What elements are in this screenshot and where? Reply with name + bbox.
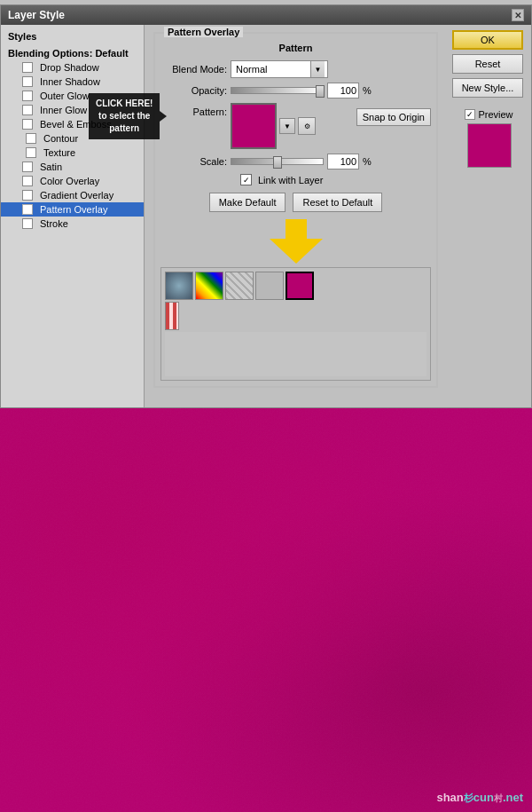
watermark-green: 杉 xyxy=(464,792,473,803)
gradient-overlay-label: Gradient Overlay xyxy=(40,190,113,201)
scale-input[interactable]: 100 xyxy=(327,154,359,169)
reset-label: Reset xyxy=(475,59,501,69)
sidebar-item-blending[interactable]: Blending Options: Default xyxy=(1,46,144,60)
sidebar-item-inner-shadow[interactable]: Inner Shadow xyxy=(1,75,144,89)
inner-shadow-checkbox[interactable] xyxy=(22,76,33,87)
blending-label: Blending Options: Default xyxy=(8,48,129,59)
opacity-value: 100 xyxy=(340,85,356,96)
drop-shadow-checkbox[interactable] xyxy=(22,62,33,73)
link-layer-label: Link with Layer xyxy=(258,175,323,185)
preview-checkbox[interactable] xyxy=(465,109,475,120)
satin-checkbox[interactable] xyxy=(22,162,33,172)
click-annotation: CLICK HERE! to select the pattern xyxy=(89,93,160,139)
click-tooltip: CLICK HERE! to select the pattern xyxy=(89,93,160,139)
pattern-thumb-gray1[interactable] xyxy=(225,272,254,300)
new-style-label: New Style... xyxy=(462,83,514,93)
pattern-options-button[interactable]: ⚙ xyxy=(298,117,316,135)
snap-to-origin-label: Snap to Origin xyxy=(363,112,425,122)
styles-header[interactable]: Styles xyxy=(1,28,144,44)
pattern-grid xyxy=(165,272,426,300)
contour-checkbox[interactable] xyxy=(26,133,36,144)
scale-value: 100 xyxy=(340,156,356,167)
arrow-indicator xyxy=(160,219,431,264)
blend-mode-label: Blend Mode: xyxy=(160,64,227,75)
inner-glow-checkbox[interactable] xyxy=(22,105,33,115)
pattern-row: Pattern: ▼ ⚙ Snap to Origin xyxy=(160,103,431,149)
pattern-thumb-magenta[interactable] xyxy=(286,272,314,300)
ok-button[interactable]: OK xyxy=(452,30,523,50)
color-overlay-checkbox[interactable] xyxy=(22,176,33,186)
outer-glow-label: Outer Glow xyxy=(40,91,90,101)
opacity-row: Opacity: 100 % xyxy=(160,83,431,99)
inner-shadow-label: Inner Shadow xyxy=(40,76,100,87)
snap-to-origin-button[interactable]: Snap to Origin xyxy=(356,108,431,126)
sidebar-item-gradient-overlay[interactable]: Gradient Overlay xyxy=(1,188,144,202)
pattern-thumb-blue[interactable] xyxy=(165,272,193,300)
pattern-swatch[interactable] xyxy=(231,103,277,149)
ok-label: OK xyxy=(481,35,495,45)
link-layer-checkbox[interactable] xyxy=(240,174,252,185)
scale-row: Scale: 100 % xyxy=(160,154,431,169)
opacity-slider[interactable] xyxy=(231,87,324,94)
preview-swatch xyxy=(467,123,512,168)
blend-mode-select[interactable]: Normal ▼ xyxy=(231,60,328,78)
preview-label: Preview xyxy=(478,109,512,120)
close-icon: ✕ xyxy=(514,11,521,20)
watermark-text2: cun xyxy=(473,791,494,804)
reset-default-button[interactable]: Reset to Default xyxy=(293,193,382,212)
layer-style-dialog: Layer Style ✕ Styles Blending Options: D… xyxy=(0,4,532,408)
blend-mode-value: Normal xyxy=(234,64,267,75)
background-texture xyxy=(0,408,532,812)
scale-label: Scale: xyxy=(160,156,227,167)
pattern-dropdown-button[interactable]: ▼ xyxy=(279,118,295,134)
blend-mode-row: Blend Mode: Normal ▼ xyxy=(160,60,431,78)
close-button[interactable]: ✕ xyxy=(512,9,524,21)
dialog-title: Layer Style xyxy=(8,9,65,21)
watermark: shan杉cun村.net xyxy=(436,791,523,805)
opacity-input[interactable]: 100 xyxy=(327,83,359,99)
preview-area: Preview xyxy=(452,109,526,168)
sidebar-item-satin[interactable]: Satin xyxy=(1,160,144,174)
texture-label: Texture xyxy=(43,147,75,158)
sidebar-item-color-overlay[interactable]: Color Overlay xyxy=(1,174,144,188)
make-default-button[interactable]: Make Default xyxy=(209,193,286,212)
sidebar-item-pattern-overlay[interactable]: Pattern Overlay xyxy=(1,202,144,217)
stroke-checkbox[interactable] xyxy=(22,218,33,229)
contour-label: Contour xyxy=(43,133,78,144)
pattern-thumb-red-stripe[interactable] xyxy=(165,302,179,330)
pattern-thumb-rainbow[interactable] xyxy=(195,272,223,300)
link-layer-row: Link with Layer xyxy=(240,174,431,185)
inner-glow-label: Inner Glow xyxy=(40,105,87,115)
pattern-overlay-section: Pattern Overlay Pattern Blend Mode: Norm… xyxy=(153,32,438,388)
tooltip-line3: pattern xyxy=(96,122,153,135)
make-default-label: Make Default xyxy=(219,197,277,208)
reset-button[interactable]: Reset xyxy=(452,54,523,74)
opacity-unit: % xyxy=(363,85,372,96)
color-overlay-label: Color Overlay xyxy=(40,176,99,186)
pattern-picker-empty xyxy=(165,332,426,376)
pattern-label: Pattern: xyxy=(160,103,227,117)
right-panel: OK Reset New Style... Preview xyxy=(447,25,531,407)
styles-panel: Styles Blending Options: Default Drop Sh… xyxy=(1,25,145,407)
sidebar-item-drop-shadow[interactable]: Drop Shadow xyxy=(1,60,144,75)
scale-unit: % xyxy=(363,156,372,167)
pattern-overlay-checkbox[interactable] xyxy=(22,204,33,215)
blend-mode-dropdown-arrow[interactable]: ▼ xyxy=(310,61,325,77)
watermark-sep: 村 xyxy=(494,793,503,803)
pattern-overlay-label: Pattern Overlay xyxy=(40,204,107,215)
opacity-label: Opacity: xyxy=(160,85,227,96)
tooltip-line2: to select the xyxy=(96,110,153,122)
sidebar-item-stroke[interactable]: Stroke xyxy=(1,217,144,231)
new-style-button[interactable]: New Style... xyxy=(452,78,523,98)
gradient-overlay-checkbox[interactable] xyxy=(22,190,33,201)
sidebar-item-texture[interactable]: Texture xyxy=(1,146,144,160)
bevel-emboss-checkbox[interactable] xyxy=(22,119,33,130)
scale-slider[interactable] xyxy=(231,158,324,165)
outer-glow-checkbox[interactable] xyxy=(22,91,33,101)
scale-thumb[interactable] xyxy=(273,156,282,169)
dialog-titlebar: Layer Style ✕ xyxy=(1,5,531,25)
preview-label-row: Preview xyxy=(465,109,512,120)
texture-checkbox[interactable] xyxy=(26,147,36,158)
pattern-thumb-gray2[interactable] xyxy=(255,272,284,300)
opacity-thumb[interactable] xyxy=(316,85,325,98)
